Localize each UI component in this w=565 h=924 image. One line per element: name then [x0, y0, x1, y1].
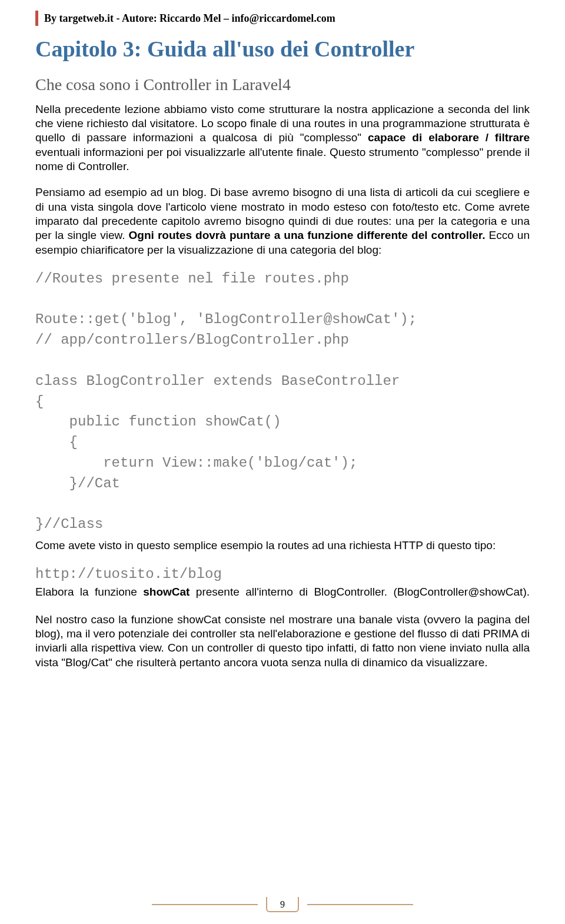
document-page: By targetweb.it - Autore: Riccardo Mel –…: [0, 0, 565, 924]
bold-text: showCat: [143, 586, 190, 598]
code-block-2: http://tuosito.it/blog: [35, 564, 530, 585]
footer-line-right: [307, 904, 413, 905]
bold-text: capace di elaborare / filtrare: [368, 131, 530, 144]
header-text: By targetweb.it - Autore: Riccardo Mel –…: [44, 12, 335, 25]
text-span: presente all'interno di BlogController. …: [190, 586, 530, 598]
code-block-1: //Routes presente nel file routes.php Ro…: [35, 269, 530, 535]
header-accent-bar: [35, 11, 38, 26]
page-number: 9: [266, 897, 299, 912]
text-span: Elabora la funzione: [35, 586, 143, 598]
page-footer: 9: [0, 897, 565, 912]
text-span: eventuali informazioni per poi visualizz…: [35, 146, 530, 172]
chapter-title: Capitolo 3: Guida all'uso dei Controller: [35, 36, 530, 62]
paragraph-4: Elabora la funzione showCat presente all…: [35, 585, 530, 599]
paragraph-5: Nel nostro caso la funzione showCat cons…: [35, 613, 530, 670]
section-subtitle: Che cosa sono i Controller in Laravel4: [35, 75, 530, 94]
header: By targetweb.it - Autore: Riccardo Mel –…: [35, 11, 530, 26]
paragraph-3: Come avete visto in questo semplice esem…: [35, 539, 530, 553]
footer-inner: 9: [152, 897, 413, 912]
footer-line-left: [152, 904, 258, 905]
bold-text: Ogni routes dovrà puntare a una funzione…: [129, 229, 486, 241]
paragraph-2: Pensiamo ad esempio ad un blog. Di base …: [35, 185, 530, 257]
paragraph-1: Nella precedente lezione abbiamo visto c…: [35, 102, 530, 174]
